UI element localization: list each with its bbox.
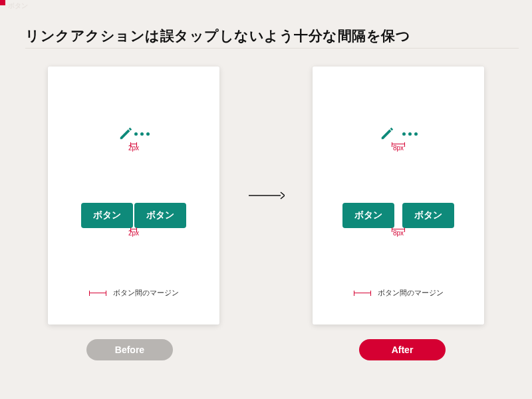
demo-button-right: ボタン (402, 203, 454, 228)
pencil-icon (380, 126, 394, 141)
more-icon (402, 132, 418, 136)
divider (25, 48, 519, 49)
icon-gap-value: 8px (393, 144, 404, 152)
button-row: ボタン ボタン (48, 203, 219, 228)
legend: ボタン間のマージン (48, 288, 219, 298)
button-gap-value: 8px (393, 229, 404, 237)
label-row: Before After (0, 339, 532, 360)
icon-gap-measure: 8px (313, 144, 484, 152)
after-label: After (359, 339, 446, 360)
after-card: 8px ボタン ボタン 8px ボタン間のマージン (313, 66, 484, 325)
category-label: ボタン (8, 1, 28, 11)
legend: ボタン間のマージン (313, 288, 484, 298)
before-card: 2px ボタン ボタン 2px ボタン間のマージン (48, 66, 219, 325)
icon-row (48, 126, 219, 141)
icon-gap-measure: 2px (48, 144, 219, 152)
legend-text: ボタン間のマージン (378, 288, 444, 298)
more-icon (134, 132, 150, 136)
legend-bar-icon (354, 293, 371, 293)
before-label: Before (86, 339, 173, 360)
pencil-icon (118, 126, 133, 141)
icon-row (313, 126, 484, 141)
button-gap-measure: 8px (313, 229, 484, 237)
comparison-stage: 2px ボタン ボタン 2px ボタン間のマージン 8p (0, 66, 532, 325)
button-row: ボタン ボタン (313, 203, 484, 228)
button-gap-measure: 2px (48, 229, 219, 237)
demo-button-right: ボタン (134, 203, 186, 228)
arrow-icon (246, 190, 286, 201)
legend-text: ボタン間のマージン (113, 288, 179, 298)
legend-bar-icon (89, 293, 106, 293)
demo-button-left: ボタン (81, 203, 133, 228)
corner-accent (0, 0, 5, 5)
demo-button-left: ボタン (342, 203, 394, 228)
page-title: リンクアクションは誤タップしないよう十分な間隔を保つ (25, 27, 410, 45)
